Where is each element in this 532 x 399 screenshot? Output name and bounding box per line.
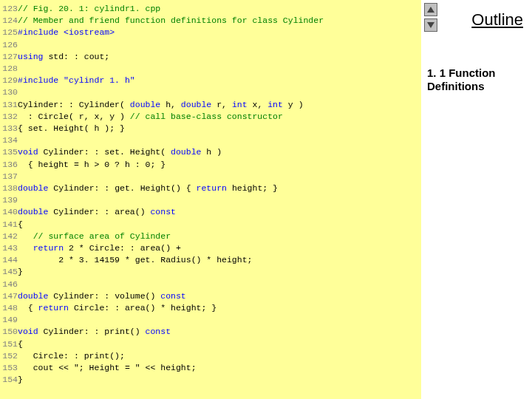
line-number: 129	[0, 75, 18, 86]
code-listing: 123// Fig. 20. 1: cylindr1. cpp124// Mem…	[0, 0, 414, 386]
code-line: 130	[0, 86, 414, 98]
code-line: 142 // surface area of Cylinder	[0, 231, 414, 242]
line-content: double Cylinder: : volume() const	[18, 290, 186, 302]
code-line: 128	[0, 63, 414, 75]
line-number: 132	[0, 111, 18, 123]
line-content: #include <iostream>	[18, 27, 115, 38]
nav-up-button[interactable]	[424, 3, 437, 16]
code-line: 132 : Circle( r, x, y ) // call base-cla…	[0, 111, 414, 123]
code-line: 127using std: : cout;	[0, 51, 414, 63]
line-number: 126	[0, 39, 18, 51]
line-content: {	[18, 219, 23, 231]
chevron-down-icon	[427, 22, 434, 28]
line-content: { set. Height( h ); }	[18, 123, 125, 134]
line-content: // Member and friend function definition…	[18, 15, 324, 27]
line-number: 147	[0, 290, 18, 302]
line-content: void Cylinder: : print() const	[18, 326, 171, 338]
line-content: Circle: : print();	[18, 350, 125, 362]
line-content: // surface area of Cylinder	[18, 231, 171, 242]
code-line: 129#include "cylindr 1. h"	[0, 75, 414, 86]
line-number: 143	[0, 242, 18, 254]
code-line: 123// Fig. 20. 1: cylindr1. cpp	[0, 3, 414, 15]
code-line: 144 2 * 3. 14159 * get. Radius() * heigh…	[0, 254, 414, 266]
line-number: 138	[0, 183, 18, 194]
line-content: #include "cylindr 1. h"	[18, 75, 135, 86]
line-content: return 2 * Circle: : area() +	[18, 242, 181, 254]
code-line: 138double Cylinder: : get. Height() { re…	[0, 183, 414, 194]
line-number: 145	[0, 266, 18, 278]
nav-down-button[interactable]	[424, 18, 437, 32]
outline-title: Outline	[471, 10, 523, 30]
outline-section: 1. 1 Function Definitions	[427, 66, 523, 93]
code-line: 133{ set. Height( h ); }	[0, 123, 414, 134]
code-line: 149	[0, 314, 414, 326]
line-content: }	[18, 266, 23, 278]
code-line: 140double Cylinder: : area() const	[0, 206, 414, 218]
line-content: void Cylinder: : set. Height( double h )	[18, 146, 222, 158]
line-number: 136	[0, 159, 18, 171]
line-number: 128	[0, 63, 18, 75]
line-number: 134	[0, 134, 18, 146]
line-number: 150	[0, 326, 18, 338]
code-line: 134	[0, 134, 414, 146]
line-content: double Cylinder: : area() const	[18, 206, 176, 218]
code-line: 152 Circle: : print();	[0, 350, 414, 362]
line-number: 144	[0, 254, 18, 266]
line-content: double Cylinder: : get. Height() { retur…	[18, 183, 278, 194]
line-number: 139	[0, 194, 18, 206]
code-line: 141{	[0, 219, 414, 231]
code-line: 139	[0, 194, 414, 206]
line-content: { height = h > 0 ? h : 0; }	[18, 159, 166, 171]
line-number: 123	[0, 3, 18, 15]
code-line: 154}	[0, 374, 414, 386]
line-number: 154	[0, 374, 18, 386]
code-line: 125#include <iostream>	[0, 27, 414, 38]
line-content: 2 * 3. 14159 * get. Radius() * height;	[18, 254, 252, 266]
line-number: 137	[0, 171, 18, 183]
line-content: // Fig. 20. 1: cylindr1. cpp	[18, 3, 160, 15]
outline-panel: Outline 1. 1 Function Definitions	[421, 0, 532, 399]
code-line: 153 cout << "; Height = " << height;	[0, 362, 414, 374]
line-number: 152	[0, 350, 18, 362]
line-number: 131	[0, 99, 18, 111]
code-line: 143 return 2 * Circle: : area() +	[0, 242, 414, 254]
code-line: 136 { height = h > 0 ? h : 0; }	[0, 159, 414, 171]
line-content: using std: : cout;	[18, 51, 109, 63]
line-content: Cylinder: : Cylinder( double h, double r…	[18, 99, 304, 111]
nav-buttons	[424, 3, 437, 32]
code-line: 148 { return Circle: : area() * height; …	[0, 302, 414, 314]
line-number: 125	[0, 27, 18, 38]
code-line: 137	[0, 171, 414, 183]
line-number: 124	[0, 15, 18, 27]
line-content: }	[18, 374, 23, 386]
line-content: {	[18, 338, 23, 350]
code-line: 151{	[0, 338, 414, 350]
line-number: 140	[0, 206, 18, 218]
line-number: 148	[0, 302, 18, 314]
code-line: 135void Cylinder: : set. Height( double …	[0, 146, 414, 158]
code-line: 146	[0, 279, 414, 290]
line-number: 151	[0, 338, 18, 350]
line-content: : Circle( r, x, y ) // call base-class c…	[18, 111, 283, 123]
line-number: 146	[0, 279, 18, 290]
line-number: 133	[0, 123, 18, 134]
code-line: 126	[0, 39, 414, 51]
line-number: 153	[0, 362, 18, 374]
line-number: 141	[0, 219, 18, 231]
line-content: { return Circle: : area() * height; }	[18, 302, 216, 314]
chevron-up-icon	[427, 7, 434, 13]
line-number: 127	[0, 51, 18, 63]
line-number: 135	[0, 146, 18, 158]
line-number: 149	[0, 314, 18, 326]
code-line: 147double Cylinder: : volume() const	[0, 290, 414, 302]
code-line: 145}	[0, 266, 414, 278]
code-line: 131Cylinder: : Cylinder( double h, doubl…	[0, 99, 414, 111]
code-line: 124// Member and friend function definit…	[0, 15, 414, 27]
line-number: 142	[0, 231, 18, 242]
code-line: 150void Cylinder: : print() const	[0, 326, 414, 338]
line-content: cout << "; Height = " << height;	[18, 362, 197, 374]
line-number: 130	[0, 86, 18, 98]
